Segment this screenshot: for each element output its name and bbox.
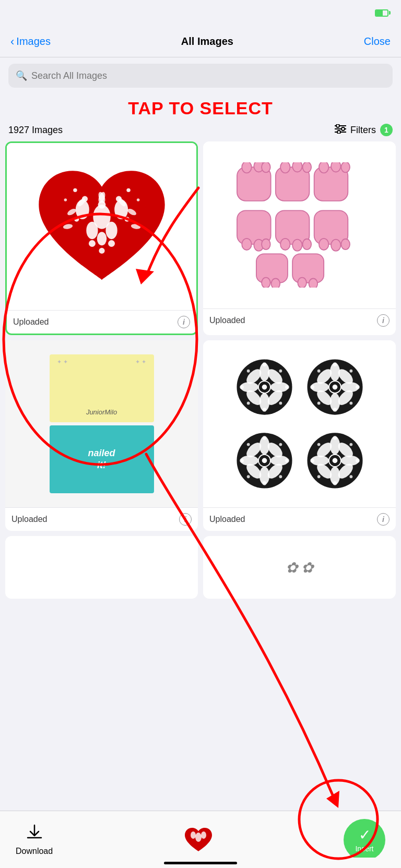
svg-point-10 [105,222,117,239]
selected-image-preview [180,822,217,858]
image-card-sticky[interactable]: ✦ ✦ ✦ ✦ JuniorMilo nailedit! Uploaded i [5,340,198,531]
svg-point-111 [262,481,266,485]
image-footer-sticky: Uploaded i [5,507,198,531]
info-icon-teeth[interactable]: i [377,314,390,327]
svg-point-115 [279,443,282,446]
svg-point-41 [319,162,328,173]
info-icon-heart[interactable]: i [178,316,190,328]
svg-point-26 [108,240,115,247]
svg-point-135 [317,475,320,478]
svg-point-129 [333,436,337,440]
svg-point-147 [201,831,206,839]
svg-rect-45 [275,210,309,244]
image-thumb-teeth [203,141,396,308]
svg-point-49 [262,239,270,249]
chevron-left-icon: ‹ [10,35,14,49]
info-icon-snowflakes[interactable]: i [377,513,390,526]
svg-point-112 [240,459,244,463]
image-grid: Uploaded i [0,141,401,599]
svg-point-59 [271,278,280,288]
filters-row: 1927 Images Filters 1 [0,121,401,141]
image-footer-snowflakes: Uploaded i [203,507,396,531]
insert-label: Insert [355,845,373,853]
svg-point-30 [64,198,67,201]
svg-point-117 [279,475,282,478]
svg-point-5 [337,130,340,134]
svg-point-145 [195,833,202,842]
home-bar [164,862,237,864]
partial-card-right[interactable]: ✿ ✿ [203,536,396,599]
svg-point-93 [310,385,314,389]
svg-point-16 [124,217,129,221]
image-thumb-sticky: ✦ ✦ ✦ ✦ JuniorMilo nailedit! [5,340,198,507]
image-card-heart[interactable]: Uploaded i [5,141,198,335]
svg-point-95 [317,370,320,373]
back-button[interactable]: ‹ Images [10,35,51,49]
back-label: Images [16,35,51,47]
svg-point-50 [280,239,290,250]
home-indicator [0,858,401,868]
sticky-signature: JuniorMilo [86,408,117,416]
battery-icon [375,9,391,17]
svg-rect-57 [292,254,324,282]
svg-point-29 [126,188,130,192]
svg-point-72 [262,362,266,366]
insert-button[interactable]: ✓ Insert [344,819,385,861]
svg-point-37 [262,162,270,172]
svg-point-94 [356,385,360,389]
svg-point-40 [302,162,311,172]
svg-point-61 [309,278,317,288]
filters-icon [335,124,346,136]
download-label: Download [16,847,53,856]
svg-point-53 [319,239,328,250]
partial-card-left[interactable] [5,536,198,599]
filters-badge: 1 [380,124,393,136]
svg-point-96 [349,370,352,373]
image-card-teeth[interactable]: Uploaded i [203,141,396,335]
download-icon [26,823,43,845]
info-icon-sticky[interactable]: i [179,513,192,526]
svg-point-114 [246,443,250,446]
svg-point-42 [331,162,340,172]
svg-point-28 [73,188,77,192]
svg-marker-141 [326,791,339,808]
svg-point-54 [331,240,340,251]
svg-point-74 [240,385,244,389]
image-label-teeth: Uploaded [209,316,245,325]
nav-title: All Images [181,35,233,47]
svg-point-60 [298,278,306,288]
svg-point-39 [292,162,302,172]
search-input[interactable] [31,70,385,81]
svg-point-119 [262,458,267,463]
svg-point-132 [356,459,360,463]
svg-point-146 [191,831,196,839]
svg-point-98 [349,402,352,405]
svg-point-77 [279,370,282,373]
svg-rect-56 [256,254,287,282]
download-button[interactable]: Download [16,823,53,856]
svg-point-75 [285,385,289,389]
close-button[interactable]: Close [364,35,391,47]
svg-point-58 [262,278,270,288]
svg-point-100 [332,385,337,390]
svg-point-97 [317,402,320,405]
svg-point-79 [279,402,282,405]
svg-point-4 [341,127,345,130]
checkmark-icon: ✓ [359,826,371,843]
svg-point-11 [97,232,107,245]
svg-point-35 [242,162,251,173]
svg-point-38 [280,162,290,173]
svg-rect-33 [275,167,309,201]
image-card-snowflakes[interactable]: Uploaded i [203,340,396,531]
search-container: 🔍 [0,57,401,94]
svg-point-51 [292,240,302,251]
search-bar[interactable]: 🔍 [8,64,393,88]
image-thumb-snowflakes [203,340,396,507]
svg-point-134 [349,443,352,446]
svg-point-116 [246,475,250,478]
svg-point-110 [262,436,266,440]
search-icon: 🔍 [16,70,27,81]
svg-point-47 [242,239,251,250]
filters-button[interactable]: Filters 1 [335,124,393,136]
svg-point-31 [136,198,139,201]
